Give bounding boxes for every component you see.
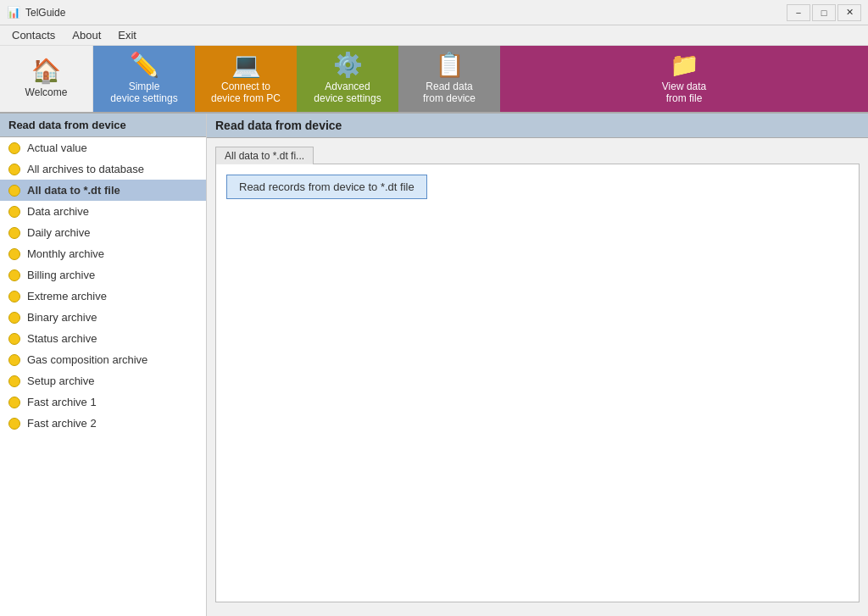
sidebar-item-binary-archive[interactable]: Binary archive xyxy=(0,307,206,328)
read-icon: 📋 xyxy=(435,53,465,77)
view-label: View datafrom file xyxy=(662,80,706,105)
welcome-label: Welcome xyxy=(25,86,68,98)
dot-icon xyxy=(8,206,20,218)
read-records-button[interactable]: Read records from device to *.dt file xyxy=(226,175,427,199)
toolbar: 🏠 Welcome ✏️ Simpledevice settings 💻 Con… xyxy=(0,46,868,114)
panel-tab[interactable]: All data to *.dt fi... xyxy=(215,147,314,164)
menu-contacts[interactable]: Contacts xyxy=(3,27,64,43)
connect-label: Connect todevice from PC xyxy=(211,80,281,105)
sidebar-item-extreme-archive[interactable]: Extreme archive xyxy=(0,286,206,307)
title-bar-left: 📊 TelGuide xyxy=(7,6,65,19)
title-bar: 📊 TelGuide − □ ✕ xyxy=(0,0,868,25)
sidebar-label-billing-archive: Billing archive xyxy=(27,269,95,281)
sidebar-label-fast-archive-1: Fast archive 1 xyxy=(27,396,97,408)
dot-icon xyxy=(8,312,20,324)
menu-about[interactable]: About xyxy=(64,27,109,43)
connect-icon: 💻 xyxy=(231,53,261,77)
menu-bar: Contacts About Exit xyxy=(0,25,868,46)
toolbar-read-button[interactable]: 📋 Read datafrom device xyxy=(398,46,500,112)
minimize-button[interactable]: − xyxy=(787,4,810,21)
sidebar-item-billing-archive[interactable]: Billing archive xyxy=(0,264,206,286)
sidebar-label-all-archives-db: All archives to database xyxy=(27,163,144,175)
dot-icon xyxy=(8,142,20,154)
sidebar-label-daily-archive: Daily archive xyxy=(27,226,90,239)
dot-icon xyxy=(8,269,20,281)
panel-content: Read records from device to *.dt file xyxy=(215,164,860,602)
sidebar-header: Read data from device xyxy=(0,114,206,137)
sidebar-item-actual-value[interactable]: Actual value xyxy=(0,137,206,158)
toolbar-connect-button[interactable]: 💻 Connect todevice from PC xyxy=(195,46,297,112)
sidebar-item-all-archives-db[interactable]: All archives to database xyxy=(0,158,206,180)
sidebar-label-monthly-archive: Monthly archive xyxy=(27,247,104,260)
sidebar-item-data-archive[interactable]: Data archive xyxy=(0,201,206,222)
dot-icon xyxy=(8,164,20,175)
title-bar-controls: − □ ✕ xyxy=(787,4,861,21)
read-label: Read datafrom device xyxy=(423,80,476,105)
advanced-label: Advanceddevice settings xyxy=(314,80,381,105)
dot-icon xyxy=(8,291,20,302)
sidebar-label-all-data-dt: All data to *.dt file xyxy=(27,184,120,197)
view-icon: 📁 xyxy=(670,53,699,77)
app-title: TelGuide xyxy=(25,7,65,19)
dot-icon xyxy=(8,397,20,408)
main-area: Read data from device Actual value All a… xyxy=(0,114,868,616)
dot-icon xyxy=(8,248,20,260)
sidebar-item-all-data-dt[interactable]: All data to *.dt file xyxy=(0,180,206,201)
sidebar-item-fast-archive-2[interactable]: Fast archive 2 xyxy=(0,413,206,434)
sidebar-item-fast-archive-1[interactable]: Fast archive 1 xyxy=(0,391,206,413)
sidebar-label-extreme-archive: Extreme archive xyxy=(27,290,107,302)
toolbar-simple-button[interactable]: ✏️ Simpledevice settings xyxy=(93,46,195,112)
content-body: All data to *.dt fi... Read records from… xyxy=(207,138,868,616)
dot-icon xyxy=(8,227,20,239)
simple-icon: ✏️ xyxy=(130,53,159,77)
menu-exit[interactable]: Exit xyxy=(109,27,145,43)
sidebar-item-daily-archive[interactable]: Daily archive xyxy=(0,222,206,243)
dot-icon xyxy=(8,185,20,197)
dot-icon xyxy=(8,354,20,366)
sidebar-item-status-archive[interactable]: Status archive xyxy=(0,328,206,349)
sidebar-label-status-archive: Status archive xyxy=(27,332,97,345)
sidebar-item-monthly-archive[interactable]: Monthly archive xyxy=(0,243,206,264)
dot-icon xyxy=(8,418,20,430)
simple-label: Simpledevice settings xyxy=(110,80,177,105)
toolbar-view-button[interactable]: 📁 View datafrom file xyxy=(500,46,868,112)
sidebar-label-data-archive: Data archive xyxy=(27,205,89,218)
advanced-icon: ⚙️ xyxy=(333,53,363,77)
sidebar-item-setup-archive[interactable]: Setup archive xyxy=(0,370,206,391)
dot-icon xyxy=(8,375,20,387)
sidebar-item-gas-composition-archive[interactable]: Gas composition archive xyxy=(0,349,206,370)
app-icon: 📊 xyxy=(7,6,20,19)
sidebar-label-binary-archive: Binary archive xyxy=(27,311,97,324)
toolbar-advanced-button[interactable]: ⚙️ Advanceddevice settings xyxy=(297,46,398,112)
sidebar-label-setup-archive: Setup archive xyxy=(27,375,95,387)
sidebar-label-actual-value: Actual value xyxy=(27,142,87,154)
sidebar-label-fast-archive-2: Fast archive 2 xyxy=(27,417,97,430)
maximize-button[interactable]: □ xyxy=(812,4,836,21)
sidebar: Read data from device Actual value All a… xyxy=(0,114,207,616)
toolbar-welcome-button[interactable]: 🏠 Welcome xyxy=(0,46,93,112)
sidebar-label-gas-composition-archive: Gas composition archive xyxy=(27,353,147,366)
close-button[interactable]: ✕ xyxy=(837,4,861,21)
content-header: Read data from device xyxy=(207,114,868,138)
content-area: Read data from device All data to *.dt f… xyxy=(207,114,868,616)
dot-icon xyxy=(8,333,20,345)
welcome-icon: 🏠 xyxy=(31,59,61,83)
